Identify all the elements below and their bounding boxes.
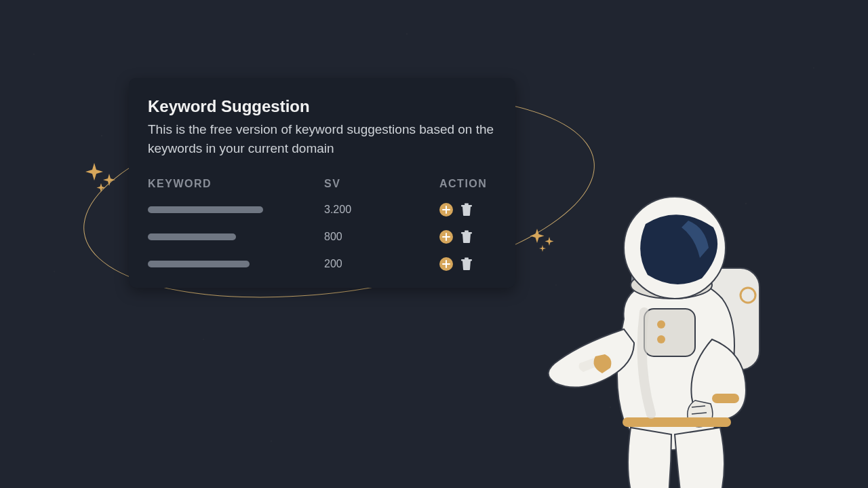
svg-rect-3 [465, 231, 469, 233]
card-subtitle: This is the free version of keyword sugg… [148, 120, 496, 157]
svg-rect-2 [461, 232, 472, 234]
add-keyword-button[interactable] [439, 230, 453, 244]
keyword-placeholder-bar [148, 206, 263, 213]
keyword-suggestion-card: Keyword Suggestion This is the free vers… [129, 78, 515, 288]
sparkle-icon [85, 163, 121, 194]
svg-rect-0 [461, 205, 472, 207]
keyword-placeholder-bar [148, 261, 250, 267]
svg-rect-5 [465, 258, 469, 260]
add-keyword-button[interactable] [439, 257, 453, 271]
keyword-placeholder-bar [148, 233, 236, 240]
svg-rect-4 [461, 259, 472, 261]
svg-point-12 [657, 335, 665, 343]
keyword-table: KEYWORD SV ACTION 3.200 800 200 [148, 178, 496, 271]
astronaut-illustration [542, 190, 800, 488]
col-action: ACTION [439, 178, 521, 190]
svg-rect-1 [465, 204, 469, 206]
sv-value: 3.200 [324, 204, 439, 216]
svg-rect-10 [644, 309, 695, 356]
add-keyword-button[interactable] [439, 203, 453, 217]
card-title: Keyword Suggestion [148, 97, 496, 116]
delete-keyword-button[interactable] [460, 229, 473, 244]
row-actions [439, 257, 521, 271]
sv-value: 200 [324, 258, 439, 270]
row-actions [439, 202, 521, 217]
delete-keyword-button[interactable] [460, 257, 473, 271]
col-sv: SV [324, 178, 439, 190]
sv-value: 800 [324, 231, 439, 243]
svg-point-11 [657, 320, 665, 329]
svg-rect-14 [623, 417, 731, 427]
row-actions [439, 229, 521, 244]
svg-rect-13 [712, 394, 739, 403]
col-keyword: KEYWORD [148, 178, 324, 190]
delete-keyword-button[interactable] [460, 202, 473, 217]
